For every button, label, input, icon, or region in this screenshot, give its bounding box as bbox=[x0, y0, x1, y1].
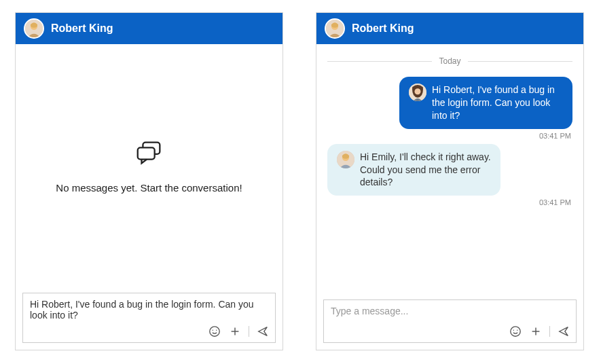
svg-point-17 bbox=[517, 329, 517, 330]
contact-name: Robert King bbox=[352, 22, 414, 35]
svg-point-16 bbox=[513, 329, 514, 330]
svg-point-15 bbox=[511, 327, 520, 336]
svg-rect-3 bbox=[137, 147, 154, 159]
contact-avatar bbox=[24, 18, 44, 39]
empty-state-text: No messages yet. Start the conversation! bbox=[56, 182, 242, 194]
chat-body: Today Hi Robert, I've found a bug in the… bbox=[316, 44, 583, 350]
emoji-icon[interactable] bbox=[208, 325, 221, 338]
message-bubble-received: Hi Emily, I'll check it right away. Coul… bbox=[327, 144, 500, 196]
svg-point-12 bbox=[414, 88, 420, 94]
plus-icon[interactable] bbox=[529, 325, 543, 338]
message-composer: Hi Robert, I've found a bug in the login… bbox=[22, 293, 276, 343]
chat-panel-empty: Robert King No messages yet. Start the c… bbox=[15, 12, 283, 350]
chat-header: Robert King bbox=[16, 13, 283, 44]
svg-point-4 bbox=[210, 327, 219, 336]
message-text: Hi Robert, I've found a bug in the login… bbox=[432, 84, 563, 122]
chat-panel-conversation: Robert King Today Hi Robert, I've found … bbox=[316, 12, 584, 350]
message-text: Hi Emily, I'll check it right away. Coul… bbox=[360, 151, 491, 189]
message-row: Hi Emily, I'll check it right away. Coul… bbox=[327, 144, 500, 196]
send-icon[interactable] bbox=[256, 325, 270, 338]
chat-body: No messages yet. Start the conversation!… bbox=[16, 44, 283, 350]
svg-point-5 bbox=[213, 329, 213, 330]
message-time: 03:41 PM bbox=[539, 132, 572, 140]
toolbar-divider bbox=[549, 326, 550, 337]
chat-header: Robert King bbox=[316, 13, 583, 44]
svg-point-6 bbox=[216, 329, 217, 330]
message-group-sent: Hi Robert, I've found a bug in the login… bbox=[327, 77, 572, 140]
sender-avatar bbox=[337, 151, 354, 168]
message-group-received: Hi Emily, I'll check it right away. Coul… bbox=[327, 144, 572, 207]
composer-toolbar bbox=[324, 322, 576, 342]
message-input[interactable]: Hi Robert, I've found a bug in the login… bbox=[23, 293, 275, 322]
message-input[interactable] bbox=[324, 300, 576, 322]
empty-state: No messages yet. Start the conversation! bbox=[16, 44, 283, 286]
day-separator: Today bbox=[327, 56, 572, 66]
message-list: Today Hi Robert, I've found a bug in the… bbox=[316, 44, 583, 293]
message-composer bbox=[323, 299, 577, 343]
contact-avatar bbox=[325, 18, 345, 39]
toolbar-divider bbox=[249, 326, 249, 337]
sender-avatar bbox=[409, 84, 426, 101]
send-icon[interactable] bbox=[557, 325, 570, 338]
contact-name: Robert King bbox=[51, 22, 113, 35]
emoji-icon[interactable] bbox=[509, 325, 522, 338]
message-row: Hi Robert, I've found a bug in the login… bbox=[399, 77, 572, 129]
message-time: 03:41 PM bbox=[539, 198, 572, 206]
day-label: Today bbox=[439, 56, 460, 66]
chat-bubble-icon bbox=[134, 137, 165, 171]
plus-icon[interactable] bbox=[228, 325, 242, 338]
composer-toolbar bbox=[23, 322, 275, 342]
message-bubble-sent: Hi Robert, I've found a bug in the login… bbox=[399, 77, 572, 129]
